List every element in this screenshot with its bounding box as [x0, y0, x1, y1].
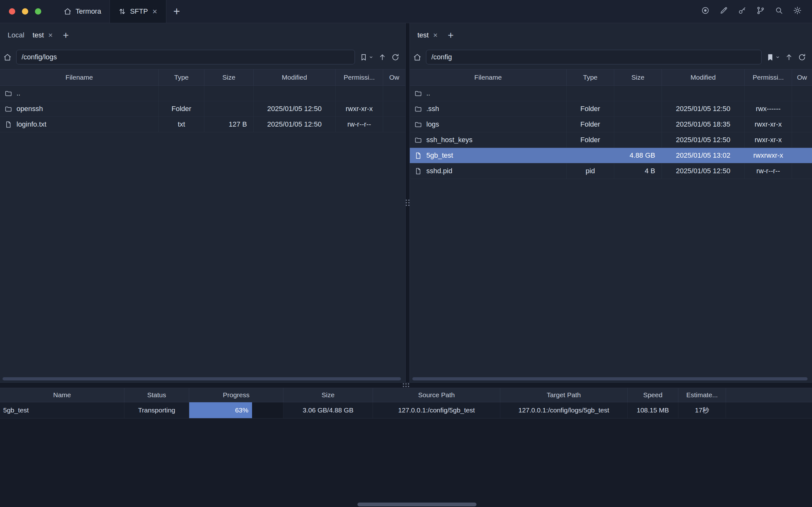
file-table-body: ...sshFolder2025/01/05 12:50rwx------log…	[410, 86, 812, 382]
bookmark-icon[interactable]	[766, 53, 774, 62]
minimize-window-button[interactable]	[22, 8, 28, 15]
transfer-speed-cell: 108.15 MB	[628, 402, 679, 418]
file-row[interactable]: .sshFolder2025/01/05 12:50rwx------	[410, 101, 812, 117]
horizontal-scrollbar[interactable]	[358, 503, 477, 506]
tab-termora[interactable]: Termora	[55, 0, 110, 23]
column-header-filename[interactable]: Filename	[410, 69, 566, 86]
column-header-ow[interactable]: Ow	[792, 69, 812, 86]
file-row[interactable]: 5gb_test4.88 GB2025/01/05 13:02rwxrwxr-x	[410, 148, 812, 163]
column-header-progress[interactable]: Progress	[189, 388, 283, 402]
tab-test-left[interactable]: test ×	[33, 31, 53, 39]
file-owner-cell	[792, 148, 812, 163]
horizontal-scrollbar[interactable]	[3, 377, 401, 380]
home-button[interactable]	[3, 53, 12, 62]
path-input[interactable]	[426, 50, 762, 64]
progress-bar: 63%	[189, 402, 252, 418]
file-row[interactable]: ssh_host_keysFolder2025/01/05 12:50rwxr-…	[410, 132, 812, 148]
close-window-button[interactable]	[9, 8, 15, 15]
column-header-permissi-[interactable]: Permissi...	[335, 69, 383, 86]
transfer-name-cell: 5gb_test	[0, 402, 124, 418]
column-header-estimate-[interactable]: Estimate...	[679, 388, 726, 402]
new-pane-tab-button[interactable]: +	[62, 30, 70, 40]
file-modified-cell	[662, 86, 745, 101]
parent-directory-button[interactable]	[378, 53, 387, 62]
column-header-modified[interactable]: Modified	[254, 69, 335, 86]
column-header-source-path[interactable]: Source Path	[373, 388, 500, 402]
file-row[interactable]: ..	[410, 86, 812, 101]
settings-icon[interactable]	[793, 6, 802, 17]
column-header-type[interactable]: Type	[159, 69, 205, 86]
scrollbar-thumb[interactable]	[412, 377, 808, 380]
transfer-row[interactable]: 5gb_testTransporting63%3.06 GB/4.88 GB12…	[0, 402, 812, 418]
file-size-cell	[614, 132, 662, 148]
file-permissions-cell: rwxr-xr-x	[745, 132, 792, 148]
column-header-target-path[interactable]: Target Path	[500, 388, 628, 402]
file-name-cell: ..	[410, 86, 566, 101]
folder-icon	[414, 121, 422, 128]
edit-icon[interactable]	[719, 6, 728, 17]
horizontal-scrollbar[interactable]	[412, 377, 808, 380]
refresh-button[interactable]	[798, 53, 806, 62]
file-name-cell: ssh_host_keys	[410, 132, 566, 148]
new-window-tab-button[interactable]: +	[170, 6, 183, 17]
file-name: logs	[426, 120, 439, 128]
parent-directory-button[interactable]	[785, 53, 793, 62]
bookmark-icon[interactable]	[359, 53, 368, 62]
file-row[interactable]: loginfo.txttxt127 B2025/01/05 12:50rw-r-…	[0, 117, 405, 132]
file-type-cell: pid	[566, 163, 614, 179]
close-icon[interactable]: ×	[152, 7, 158, 15]
column-header-modified[interactable]: Modified	[662, 69, 745, 86]
new-pane-tab-button[interactable]: +	[446, 30, 455, 40]
bookmark-dropdown-caret[interactable]	[775, 55, 780, 60]
column-header-permissi-[interactable]: Permissi...	[745, 69, 792, 86]
file-permissions-cell: rw-r--r--	[335, 117, 383, 132]
file-row[interactable]: sshd.pidpid4 B2025/01/05 12:50rw-r--r--	[410, 163, 812, 179]
column-header-speed[interactable]: Speed	[628, 388, 679, 402]
tab-local[interactable]: Local	[8, 31, 24, 39]
transfer-size-cell: 3.06 GB/4.88 GB	[283, 402, 373, 418]
file-table-body: ..opensshFolder2025/01/05 12:50rwxr-xr-x…	[0, 86, 405, 382]
pane-splitter[interactable]	[405, 23, 410, 382]
file-row[interactable]: ..	[0, 86, 405, 101]
path-input[interactable]	[16, 50, 355, 64]
refresh-button[interactable]	[391, 53, 400, 62]
scrollbar-thumb[interactable]	[358, 503, 477, 506]
file-row[interactable]: logsFolder2025/01/05 18:35rwxr-xr-x	[410, 117, 812, 132]
file-size-cell	[614, 86, 662, 101]
search-icon[interactable]	[774, 6, 783, 17]
tab-local-label: Local	[8, 31, 24, 39]
record-icon[interactable]	[701, 6, 710, 17]
scrollbar-thumb[interactable]	[3, 377, 401, 380]
column-header-size[interactable]: Size	[614, 69, 662, 86]
file-name-cell: sshd.pid	[410, 163, 566, 179]
branch-icon[interactable]	[756, 6, 765, 17]
file-owner-cell	[792, 117, 812, 132]
file-row[interactable]: opensshFolder2025/01/05 12:50rwxr-xr-x	[0, 101, 405, 117]
transfer-estimate-cell: 17秒	[679, 402, 726, 418]
column-header-filename[interactable]: Filename	[0, 69, 159, 86]
column-header-type[interactable]: Type	[566, 69, 614, 86]
home-button[interactable]	[413, 53, 422, 62]
tab-test-right[interactable]: test ×	[418, 31, 438, 39]
panel-splitter[interactable]	[0, 382, 812, 388]
file-type-cell: Folder	[566, 132, 614, 148]
zoom-window-button[interactable]	[35, 8, 41, 15]
file-owner-cell	[383, 101, 405, 116]
column-header-size[interactable]: Size	[283, 388, 373, 402]
column-header-size[interactable]: Size	[205, 69, 254, 86]
splitter-handle-icon	[403, 383, 409, 387]
column-header-status[interactable]: Status	[124, 388, 189, 402]
transfer-progress-cell: 63%	[189, 402, 283, 418]
tab-sftp[interactable]: SFTP ×	[110, 0, 166, 23]
file-type-cell	[566, 86, 614, 101]
column-header-name[interactable]: Name	[0, 388, 124, 402]
close-icon[interactable]: ×	[48, 32, 53, 39]
column-header-ow[interactable]: Ow	[383, 69, 405, 86]
bookmark-dropdown-caret[interactable]	[369, 55, 374, 60]
file-type-cell	[566, 148, 614, 163]
file-name-cell: .ssh	[410, 101, 566, 116]
transfer-panel: NameStatusProgressSizeSource PathTarget …	[0, 388, 812, 507]
file-name: sshd.pid	[426, 167, 452, 175]
key-icon[interactable]	[738, 6, 747, 17]
close-icon[interactable]: ×	[432, 32, 438, 39]
